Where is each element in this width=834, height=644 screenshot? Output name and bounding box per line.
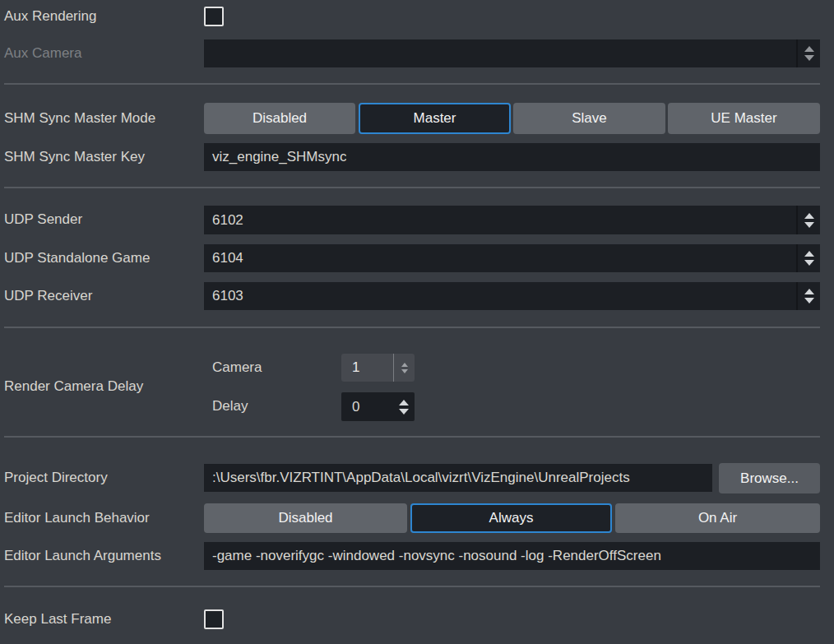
shm-sync-master-key-label: SHM Sync Master Key bbox=[4, 148, 145, 166]
spinner-down-icon[interactable] bbox=[401, 369, 408, 373]
shm-mode-option-slave[interactable]: Slave bbox=[513, 103, 665, 134]
udp-receiver-label: UDP Receiver bbox=[4, 287, 92, 305]
camera-label: Camera bbox=[212, 359, 262, 377]
spinner-up-icon[interactable] bbox=[804, 46, 814, 52]
udp-sender-value: 6102 bbox=[204, 212, 243, 229]
separator bbox=[4, 83, 820, 85]
separator bbox=[4, 187, 820, 188]
editor-launch-option-always[interactable]: Always bbox=[410, 503, 612, 533]
shm-mode-option-disabled[interactable]: Disabled bbox=[204, 103, 355, 134]
spinner-down-icon[interactable] bbox=[399, 409, 409, 415]
spinner-down-icon[interactable] bbox=[804, 260, 814, 266]
editor-launch-arguments-input[interactable]: -game -noverifygc -windowed -novsync -no… bbox=[204, 542, 820, 570]
camera-value: 1 bbox=[341, 359, 359, 376]
udp-sender-spinner[interactable] bbox=[796, 206, 820, 234]
editor-launch-behavior-label: Editor Launch Behavior bbox=[4, 509, 150, 527]
spinner-up-icon[interactable] bbox=[804, 251, 814, 257]
delay-value: 0 bbox=[341, 399, 359, 415]
separator bbox=[4, 586, 820, 587]
spinner-down-icon[interactable] bbox=[804, 298, 814, 303]
editor-launch-option-disabled[interactable]: Disabled bbox=[204, 503, 407, 533]
delay-label: Delay bbox=[212, 397, 248, 415]
spinner-up-icon[interactable] bbox=[401, 363, 408, 367]
aux-rendering-label: Aux Rendering bbox=[4, 7, 96, 25]
browse-button[interactable]: Browse... bbox=[719, 463, 820, 493]
shm-sync-master-key-input[interactable]: viz_engine_SHMsync bbox=[204, 143, 820, 171]
spinner-up-icon[interactable] bbox=[804, 213, 814, 219]
render-camera-delay-label: Render Camera Delay bbox=[4, 378, 143, 396]
camera-spinner[interactable] bbox=[393, 354, 415, 382]
udp-standalone-game-spinner[interactable] bbox=[796, 244, 820, 272]
project-directory-value: :\Users\fbr.VIZRTINT\AppData\Local\vizrt… bbox=[204, 470, 630, 486]
editor-launch-option-on-air[interactable]: On Air bbox=[615, 503, 820, 533]
spinner-down-icon[interactable] bbox=[804, 222, 814, 228]
udp-standalone-game-input[interactable]: 6104 bbox=[204, 244, 820, 272]
udp-receiver-input[interactable]: 6103 bbox=[204, 282, 820, 310]
udp-receiver-value: 6103 bbox=[204, 288, 243, 304]
aux-rendering-checkbox[interactable] bbox=[204, 7, 224, 26]
spinner-up-icon[interactable] bbox=[399, 400, 409, 405]
shm-sync-master-key-value: viz_engine_SHMsync bbox=[204, 149, 346, 165]
project-directory-input[interactable]: :\Users\fbr.VIZRTINT\AppData\Local\vizrt… bbox=[204, 464, 712, 492]
udp-sender-input[interactable]: 6102 bbox=[204, 206, 820, 234]
udp-receiver-spinner[interactable] bbox=[796, 282, 820, 310]
udp-standalone-game-value: 6104 bbox=[204, 250, 243, 266]
shm-sync-master-mode-label: SHM Sync Master Mode bbox=[4, 109, 155, 127]
spinner-down-icon[interactable] bbox=[804, 55, 814, 61]
project-directory-label: Project Directory bbox=[4, 469, 108, 487]
camera-stepper[interactable]: 1 bbox=[341, 354, 415, 382]
separator bbox=[4, 327, 820, 328]
udp-standalone-game-label: UDP Standalone Game bbox=[4, 249, 150, 267]
shm-mode-option-master[interactable]: Master bbox=[359, 103, 511, 134]
udp-sender-label: UDP Sender bbox=[4, 211, 82, 229]
editor-launch-arguments-label: Editor Launch Arguments bbox=[4, 547, 161, 565]
shm-mode-option-ue-master[interactable]: UE Master bbox=[668, 103, 820, 134]
delay-stepper[interactable]: 0 bbox=[341, 392, 415, 421]
editor-launch-arguments-value: -game -noverifygc -windowed -novsync -no… bbox=[204, 548, 661, 564]
delay-spinner[interactable] bbox=[392, 392, 415, 421]
keep-last-frame-label: Keep Last Frame bbox=[4, 610, 111, 628]
aux-camera-select[interactable] bbox=[204, 39, 820, 67]
keep-last-frame-checkbox[interactable] bbox=[204, 609, 224, 629]
aux-camera-label: Aux Camera bbox=[4, 44, 81, 63]
spinner-up-icon[interactable] bbox=[804, 289, 814, 294]
separator bbox=[4, 436, 820, 438]
aux-camera-spinner[interactable] bbox=[796, 39, 820, 67]
